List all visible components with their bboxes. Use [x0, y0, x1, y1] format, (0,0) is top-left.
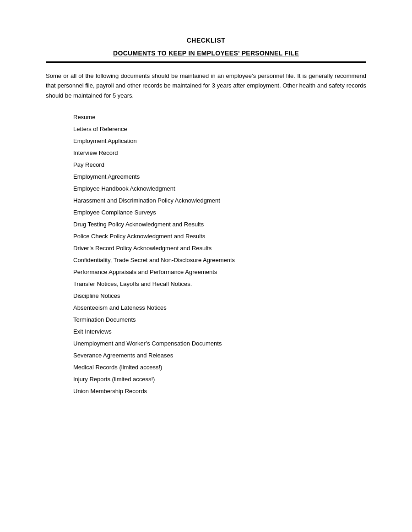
page-subtitle: DOCUMENTS TO KEEP IN EMPLOYEES’ PERSONNE… [46, 49, 366, 57]
list-item: Letters of Reference [73, 126, 366, 132]
list-item: Union Membership Records [73, 388, 366, 394]
list-item: Driver’s Record Policy Acknowledgment an… [73, 245, 366, 251]
list-item: Employee Compliance Surveys [73, 209, 366, 215]
list-item: Employment Agreements [73, 174, 366, 180]
divider [46, 61, 366, 63]
list-item: Absenteeism and Lateness Notices [73, 305, 366, 311]
list-item: Drug Testing Policy Acknowledgment and R… [73, 221, 366, 227]
list-item: Interview Record [73, 150, 366, 156]
list-item: Medical Records (limited access!) [73, 364, 366, 370]
checklist: ResumeLetters of ReferenceEmployment App… [73, 114, 366, 394]
list-item: Police Check Policy Acknowledgment and R… [73, 233, 366, 239]
list-item: Employee Handbook Acknowledgment [73, 186, 366, 192]
list-item: Employment Application [73, 138, 366, 144]
list-item: Discipline Notices [73, 293, 366, 299]
list-item: Injury Reports (limited access!) [73, 376, 366, 382]
page-title: CHECKLIST [46, 37, 366, 44]
list-item: Confidentiality, Trade Secret and Non-Di… [73, 257, 366, 263]
list-item: Severance Agreements and Releases [73, 352, 366, 358]
list-item: Harassment and Discrimination Policy Ack… [73, 197, 366, 203]
list-item: Resume [73, 114, 366, 120]
page: CHECKLIST DOCUMENTS TO KEEP IN EMPLOYEES… [0, 0, 412, 532]
list-item: Transfer Notices, Layoffs and Recall Not… [73, 281, 366, 287]
list-item: Performance Appraisals and Performance A… [73, 269, 366, 275]
list-item: Exit Interviews [73, 329, 366, 335]
list-item: Unemployment and Worker’s Compensation D… [73, 340, 366, 346]
list-item: Termination Documents [73, 317, 366, 323]
list-item: Pay Record [73, 162, 366, 168]
intro-paragraph: Some or all of the following documents s… [46, 71, 366, 100]
